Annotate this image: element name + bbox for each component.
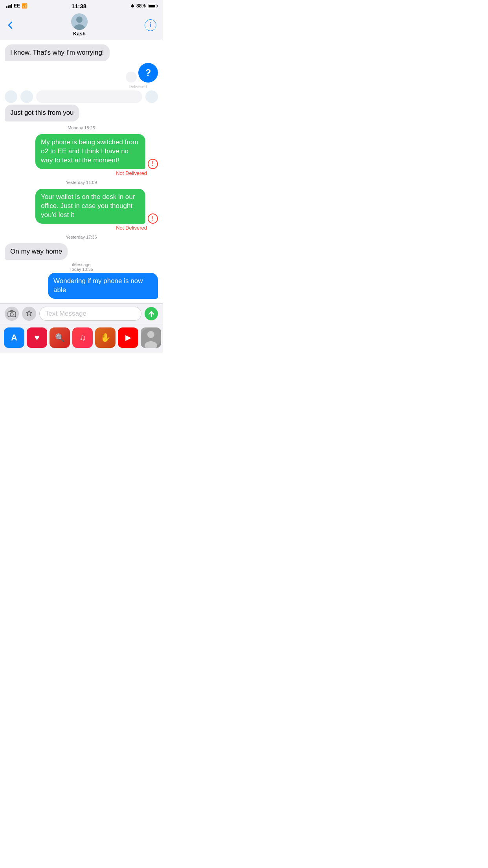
error-icon-wallet: ! (148, 213, 158, 224)
dock-music[interactable]: ♫ (72, 327, 93, 348)
signal-bar-3 (9, 5, 11, 8)
question-message-area: ? (138, 63, 158, 83)
status-right: ∗ 88% (130, 3, 156, 9)
other-icon (141, 327, 161, 348)
signal-bar-2 (8, 6, 9, 8)
dock-appstore[interactable]: A (4, 327, 24, 348)
svg-point-7 (147, 331, 154, 338)
info-button[interactable]: i (145, 19, 156, 31)
not-delivered-label: Not Delivered (0, 170, 147, 176)
dock-youtube[interactable]: ▶ (118, 327, 138, 348)
info-icon: i (150, 22, 151, 29)
avatar (71, 13, 88, 30)
contact-name: Kash (73, 31, 86, 37)
imessage-label: iMessage Today 10:35 (0, 262, 163, 272)
status-time: 11:38 (72, 3, 86, 9)
dock-gesture[interactable]: ✋ (95, 327, 116, 348)
nav-header: Kash i (0, 11, 163, 40)
not-delivered-wallet: Not Delivered (0, 225, 147, 231)
message-bubble-home: On my way home (5, 243, 68, 260)
carrier-label: EE (14, 3, 20, 9)
svg-rect-5 (10, 311, 13, 312)
partial-avatars-row (5, 90, 158, 103)
message-row-sent: My phone is being switched from o2 to EE… (5, 134, 158, 169)
input-area: Text Message (0, 303, 163, 324)
dock-other[interactable] (141, 327, 161, 348)
message-row: Just got this from you (5, 105, 158, 121)
contact-info[interactable]: Kash (71, 13, 88, 37)
wifi-icon: 📶 (22, 3, 28, 9)
appstore-button[interactable] (22, 307, 36, 321)
timestamp: Yesterday 17:36 (0, 235, 163, 239)
message-bubble: Just got this from you (5, 105, 79, 121)
message-input-placeholder: Text Message (45, 310, 86, 318)
svg-point-4 (10, 313, 13, 316)
error-icon: ! (148, 159, 158, 169)
timestamp: Monday 18:25 (0, 125, 163, 130)
battery-percent: 88% (136, 3, 146, 9)
message-bubble-sent: My phone is being switched from o2 to EE… (35, 134, 145, 169)
message-bubble-last: Wondering if my phone is now able (48, 273, 158, 299)
appstore-icon: A (11, 333, 17, 343)
message-row: I know. That's why I'm worrying! (5, 44, 158, 61)
camera-button[interactable] (5, 307, 19, 321)
battery-fill (149, 5, 155, 7)
message-input-wrapper[interactable]: Text Message (39, 307, 141, 321)
dock-heart[interactable]: ♥ (27, 327, 47, 348)
signal-bars (6, 4, 12, 8)
gesture-icon: ✋ (100, 333, 111, 343)
search-icon: 🔍 (55, 333, 65, 342)
partial-avatar-1 (126, 72, 137, 83)
svg-point-1 (76, 17, 83, 23)
message-row-home: On my way home (5, 243, 158, 260)
signal-bar-1 (6, 6, 7, 8)
bluetooth-icon: ∗ (130, 3, 134, 9)
back-button[interactable] (6, 20, 14, 31)
youtube-icon: ▶ (125, 333, 131, 342)
send-button[interactable] (145, 307, 158, 320)
signal-bar-4 (11, 4, 12, 8)
status-left: EE 📶 (6, 3, 28, 9)
battery-icon (148, 4, 156, 8)
message-bubble: I know. That's why I'm worrying! (5, 44, 110, 61)
delivered-label: Delivered (0, 84, 147, 89)
status-bar: EE 📶 11:38 ∗ 88% (0, 0, 163, 11)
timestamp: Yesterday 11:09 (0, 180, 163, 185)
heart-icon: ♥ (34, 333, 39, 343)
question-bubble: ? (138, 63, 158, 83)
partial-last-message: Wondering if my phone is now able (5, 273, 158, 299)
dock-search[interactable]: 🔍 (50, 327, 70, 348)
music-icon: ♫ (79, 333, 86, 343)
message-bubble-wallet: Your wallet is on the desk in our office… (35, 189, 145, 224)
message-row-wallet: Your wallet is on the desk in our office… (5, 189, 158, 224)
dock: A ♥ 🔍 ♫ ✋ ▶ (0, 324, 163, 353)
messages-area: I know. That's why I'm worrying! ? Deliv… (0, 40, 163, 303)
